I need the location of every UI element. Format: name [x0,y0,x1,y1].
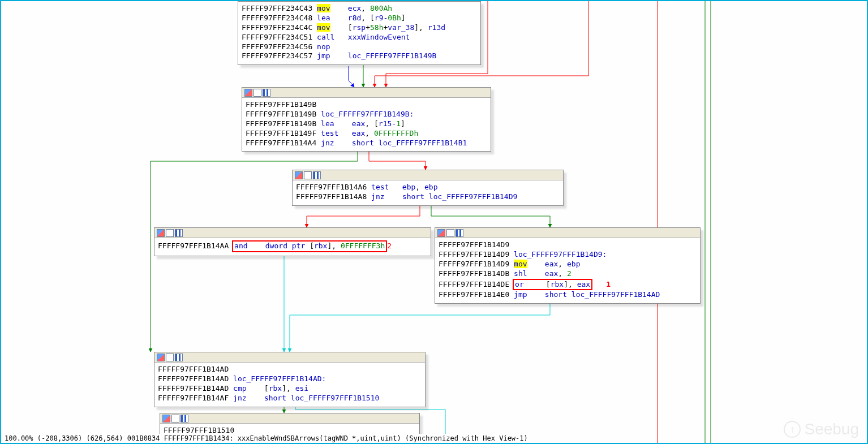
watermark: ↑ Seebug [784,420,859,438]
node-icon [162,415,170,423]
node-icon [313,171,321,179]
node-body: FFFFF97FFF1B14AD FFFFF97FFF1B14AD loc_FF… [154,363,425,407]
node-header [154,228,431,238]
node-icon [263,89,270,97]
graph-canvas[interactable]: FFFFF97FFF234C43 mov ecx, 800Ah FFFFF97F… [1,1,868,444]
node-icon [244,89,252,97]
node-icon [171,415,179,423]
flow-edges [1,1,868,444]
node-icon [456,229,463,237]
basic-block-node[interactable]: FFFFF97FFF1B14AA and dword ptr [rbx], 0F… [154,227,431,256]
node-icon [157,229,165,237]
node-header [435,228,700,238]
node-icon [437,229,445,237]
node-body: FFFFF97FFF1B14AA and dword ptr [rbx], 0F… [154,238,431,256]
basic-block-node[interactable]: FFFFF97FFF1B14AD FFFFF97FFF1B14AD loc_FF… [154,352,426,407]
node-header [293,170,563,180]
node-body: FFFFF97FFF1B14D9 FFFFF97FFF1B14D9 loc_FF… [435,238,700,303]
node-header [242,88,491,98]
basic-block-node[interactable]: FFFFF97FFF1B149B FFFFF97FFF1B149B loc_FF… [242,87,491,152]
watermark-icon: ↑ [784,421,801,438]
status-bar: 100.00% (-208,3306) (626,564) 001B0834 F… [2,434,530,443]
node-icon [446,229,454,237]
basic-block-node[interactable]: FFFFF97FFF1B14A6 test ebp, ebp FFFFF97FF… [292,170,564,206]
node-icon [181,415,188,423]
node-header [160,413,419,424]
basic-block-node[interactable]: FFFFF97FFF234C43 mov ecx, 800Ah FFFFF97F… [238,1,481,65]
node-body: FFFFF97FFF1B149B FFFFF97FFF1B149B loc_FF… [242,98,491,151]
node-icon [166,229,174,237]
node-header [154,352,425,363]
basic-block-node[interactable]: FFFFF97FFF1B14D9 FFFFF97FFF1B14D9 loc_FF… [435,227,701,304]
node-body: FFFFF97FFF234C43 mov ecx, 800Ah FFFFF97F… [238,2,480,64]
node-icon [304,171,312,179]
node-icon [295,171,303,179]
node-icon [157,354,165,361]
watermark-text: Seebug [804,420,859,438]
node-icon [166,354,174,361]
node-icon [253,89,261,97]
node-icon [175,229,183,237]
node-body: FFFFF97FFF1B14A6 test ebp, ebp FFFFF97FF… [293,180,563,205]
node-icon [175,354,183,361]
